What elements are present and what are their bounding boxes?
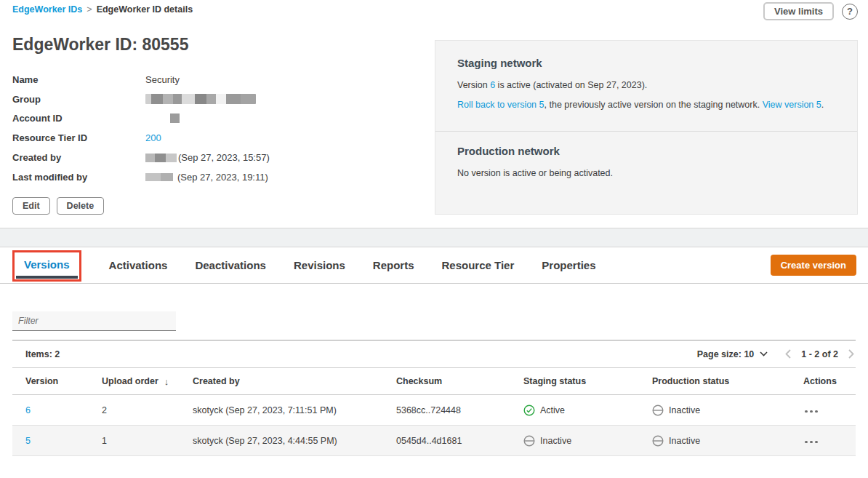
status-icon	[523, 435, 535, 447]
top-actions: View limits ?	[763, 2, 858, 20]
pagination: Page size: 10 1 - 2 of 2	[697, 349, 854, 359]
status-icon	[523, 405, 535, 416]
details-grid: Name Security Group Account ID Resource …	[12, 70, 270, 187]
tab-deactivations[interactable]: Deactivations	[195, 259, 266, 271]
tab-properties[interactable]: Properties	[542, 259, 595, 271]
view-limits-button[interactable]: View limits	[763, 2, 834, 20]
delete-button[interactable]: Delete	[57, 197, 105, 215]
detail-value-last-modified-by: (Sep 27, 2023, 19:11)	[145, 172, 270, 183]
production-status-text: No version is active or being activated.	[457, 167, 835, 180]
redacted-block	[145, 154, 177, 162]
checksum-cell: 0545d4..4d1681	[383, 436, 510, 446]
staging-status-cell: Active	[510, 405, 639, 416]
edit-button[interactable]: Edit	[12, 197, 50, 215]
row-actions-menu-icon[interactable]	[803, 407, 819, 416]
staging-network-section: Staging network Version 6 is active (act…	[435, 41, 857, 131]
section-divider-band	[0, 228, 868, 247]
production-network-title: Production network	[457, 145, 835, 157]
column-header-version: Version	[12, 376, 89, 386]
upload-order-cell: 1	[89, 436, 180, 446]
view-version-link[interactable]: View version 5	[763, 100, 821, 110]
detail-label-created-by: Created by	[12, 152, 145, 163]
detail-label-resource-tier-id: Resource Tier ID	[12, 132, 145, 143]
column-header-actions: Actions	[790, 376, 856, 386]
version-link[interactable]: 5	[25, 436, 31, 446]
edgeworker-details-page: EdgeWorker IDs > EdgeWorker ID details V…	[0, 0, 868, 478]
production-network-section: Production network No version is active …	[435, 131, 857, 200]
column-header-checksum: Checksum	[383, 376, 510, 386]
created-by-cell: skotyck (Sep 27, 2023, 7:11:51 PM)	[180, 405, 383, 415]
redacted-block	[170, 113, 180, 123]
resource-tier-link[interactable]: 200	[145, 132, 161, 143]
created-by-cell: skotyck (Sep 27, 2023, 4:44:55 PM)	[180, 436, 383, 446]
production-status-cell: Inactive	[639, 435, 790, 447]
breadcrumb-current: EdgeWorker ID details	[97, 4, 193, 15]
network-status-panel: Staging network Version 6 is active (act…	[435, 40, 858, 215]
red-annotation-box: Versions	[12, 250, 81, 282]
prev-page-icon[interactable]	[785, 349, 791, 359]
tab-reports[interactable]: Reports	[373, 259, 414, 271]
table-row: 6 2 skotyck (Sep 27, 2023, 7:11:51 PM) 5…	[12, 395, 856, 426]
breadcrumb-link-edgeworker-ids[interactable]: EdgeWorker IDs	[12, 4, 82, 15]
page-range-label: 1 - 2 of 2	[801, 349, 838, 359]
staging-active-version-text: Version 6 is active (activated on Sep 27…	[457, 79, 835, 92]
detail-value-account-id	[145, 113, 270, 123]
versions-table: Version Upload order↓ Created by Checksu…	[12, 367, 856, 456]
breadcrumb: EdgeWorker IDs > EdgeWorker ID details	[12, 4, 193, 15]
tab-revisions[interactable]: Revisions	[294, 259, 345, 271]
sort-desc-icon[interactable]: ↓	[164, 376, 169, 387]
rollback-link[interactable]: Roll back to version 5	[457, 100, 544, 110]
tab-resource-tier[interactable]: Resource Tier	[442, 259, 515, 271]
page-title: EdgeWorker ID: 80555	[12, 35, 188, 55]
version-link[interactable]: 6	[25, 405, 31, 415]
tab-versions[interactable]: Versions	[24, 258, 70, 271]
column-header-staging-status: Staging status	[510, 376, 639, 386]
detail-label-last-modified-by: Last modified by	[12, 172, 145, 183]
production-status-cell: Inactive	[639, 405, 790, 416]
items-count: Items: 2	[25, 349, 60, 359]
staging-rollback-text: Roll back to version 5, the previously a…	[457, 99, 835, 112]
status-icon	[652, 435, 664, 447]
list-header: Items: 2 Page size: 10 1 - 2 of 2	[12, 340, 856, 367]
tab-activations[interactable]: Activations	[109, 259, 168, 271]
table-row: 5 1 skotyck (Sep 27, 2023, 4:44:55 PM) 0…	[12, 426, 856, 456]
next-page-icon[interactable]	[848, 349, 854, 359]
detail-value-created-by: (Sep 27, 2023, 15:57)	[145, 152, 270, 163]
redacted-block	[145, 173, 173, 181]
detail-value-group	[145, 94, 270, 104]
staging-status-cell: Inactive	[510, 435, 639, 447]
create-version-button[interactable]: Create version	[771, 255, 856, 276]
detail-label-name: Name	[12, 74, 145, 85]
redacted-block	[145, 94, 256, 104]
column-header-created-by: Created by	[180, 376, 383, 386]
breadcrumb-separator: >	[87, 4, 92, 15]
checksum-cell: 5368cc..724448	[383, 405, 510, 415]
column-header-upload-order[interactable]: Upload order↓	[89, 376, 180, 387]
detail-value-name: Security	[145, 74, 270, 85]
help-icon[interactable]: ?	[842, 4, 858, 20]
detail-action-buttons: Edit Delete	[12, 197, 104, 215]
column-header-production-status: Production status	[639, 376, 790, 386]
detail-label-group: Group	[12, 94, 145, 105]
last-modified-date: (Sep 27, 2023, 19:11)	[177, 172, 268, 183]
row-actions-menu-icon[interactable]	[803, 438, 819, 447]
chevron-down-icon	[760, 351, 768, 356]
staging-network-title: Staging network	[457, 57, 835, 69]
table-header-row: Version Upload order↓ Created by Checksu…	[12, 367, 856, 395]
detail-label-account-id: Account ID	[12, 113, 145, 124]
filter-input[interactable]	[12, 311, 176, 331]
status-icon	[652, 405, 664, 416]
detail-value-resource-tier-id: 200	[145, 132, 270, 143]
upload-order-cell: 2	[89, 405, 180, 415]
page-size-dropdown[interactable]: Page size: 10	[697, 349, 768, 359]
tab-bar: Versions Activations Deactivations Revis…	[0, 247, 868, 284]
created-by-date: (Sep 27, 2023, 15:57)	[178, 152, 270, 163]
